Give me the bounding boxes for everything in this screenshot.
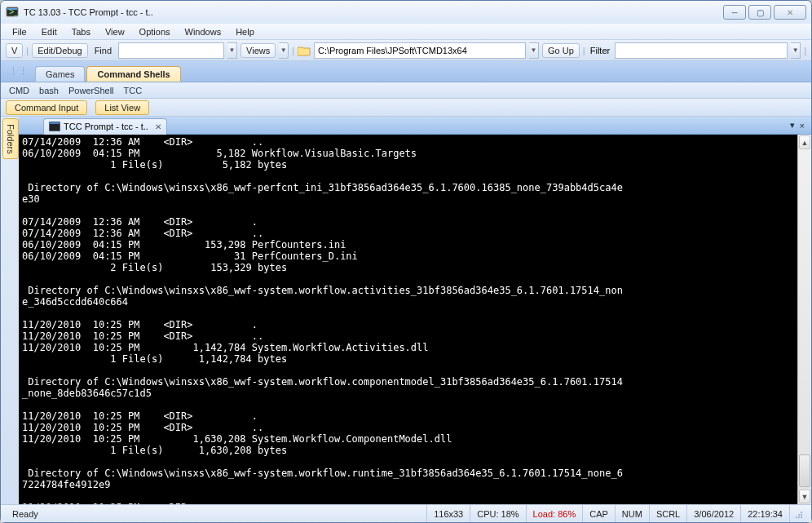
statusbar: Ready 116x33 CPU: 18% Load: 86% CAP NUM …	[1, 504, 811, 522]
menu-tabs[interactable]: Tabs	[65, 25, 97, 38]
tab-command-shells[interactable]: Command Shells	[86, 66, 180, 82]
edit-debug-button[interactable]: Edit/Debug	[32, 43, 87, 58]
svg-point-8	[796, 516, 797, 518]
find-input[interactable]	[118, 42, 224, 59]
status-dims: 116x33	[426, 505, 470, 522]
status-scrl: SCRL	[649, 505, 686, 522]
app-icon: >_	[6, 6, 19, 19]
filter-dropdown-icon[interactable]: ▼	[791, 42, 801, 59]
menu-edit[interactable]: Edit	[35, 25, 64, 38]
go-up-button[interactable]: Go Up	[542, 43, 580, 58]
status-cpu: CPU: 18%	[470, 505, 525, 522]
filter-label: Filter	[589, 46, 611, 55]
doc-tab-tccprompt[interactable]: TCC Prompt - tcc - t.. ✕	[43, 118, 167, 135]
scroll-up-icon[interactable]: ▲	[799, 135, 810, 149]
menu-help[interactable]: Help	[229, 25, 261, 38]
scroll-track[interactable]	[798, 150, 811, 489]
maximize-button[interactable]: ▢	[748, 5, 771, 20]
doc-tab-label: TCC Prompt - tcc - t..	[64, 122, 148, 131]
menu-windows[interactable]: Windows	[179, 25, 228, 38]
folder-icon	[298, 45, 311, 56]
menu-options[interactable]: Options	[133, 25, 177, 38]
vertical-scrollbar[interactable]: ▲ ▼	[797, 135, 811, 504]
svg-point-5	[801, 516, 802, 518]
window-title: TC 13.03 - TCC Prompt - tcc - t..	[24, 7, 153, 17]
document-tabbar: TCC Prompt - tcc - t.. ✕ ▾ ×	[19, 117, 811, 135]
main-area: Folders TCC Prompt - tcc - t.. ✕ ▾ × 07/…	[1, 117, 811, 504]
toolbar: V | Edit/Debug Find ▼ Views ▼ | ▼ Go Up …	[1, 40, 811, 61]
tab-games[interactable]: Games	[35, 66, 85, 82]
find-label: Find	[91, 44, 115, 57]
scroll-thumb[interactable]	[799, 454, 810, 487]
shell-cmd[interactable]: CMD	[9, 86, 29, 95]
app-window: >_ TC 13.03 - TCC Prompt - tcc - t.. ─ ▢…	[0, 0, 812, 523]
svg-text:>_: >_	[9, 7, 19, 16]
shell-powershell[interactable]: PowerShell	[68, 86, 114, 95]
tab-close-icon[interactable]: ×	[800, 121, 805, 131]
close-tab-icon[interactable]: ✕	[155, 122, 161, 131]
filter-input[interactable]	[615, 42, 788, 59]
console-icon	[49, 122, 60, 131]
svg-point-9	[798, 514, 800, 516]
shell-tcc[interactable]: TCC	[124, 86, 143, 95]
scroll-down-icon[interactable]: ▼	[799, 490, 810, 503]
minimize-button[interactable]: ─	[723, 5, 746, 20]
svg-rect-4	[50, 122, 60, 124]
svg-point-6	[798, 516, 800, 518]
status-ready: Ready	[6, 505, 426, 522]
folders-side-tab[interactable]: Folders	[2, 118, 19, 159]
find-dropdown-icon[interactable]: ▼	[227, 42, 237, 59]
shell-row: CMD bash PowerShell TCC	[1, 82, 811, 99]
path-dropdown-icon[interactable]: ▼	[529, 42, 539, 59]
status-cap: CAP	[582, 505, 615, 522]
grip-icon[interactable]: ⋮⋮	[9, 66, 29, 77]
toolbar-tabstrip: ⋮⋮ Games Command Shells	[1, 61, 811, 82]
svg-point-7	[801, 514, 802, 516]
yellow-button-row: Command Input List View	[1, 99, 811, 117]
tab-dropdown-icon[interactable]: ▾	[790, 120, 795, 131]
shell-bash[interactable]: bash	[39, 86, 59, 95]
status-num: NUM	[615, 505, 649, 522]
menubar: File Edit Tabs View Options Windows Help	[1, 24, 811, 40]
svg-point-10	[801, 512, 802, 513]
views-button[interactable]: Views	[241, 43, 276, 58]
status-date: 3/06/2012	[686, 505, 740, 522]
console-wrap: 07/14/2009 12:36 AM <DIR> .. 06/10/2009 …	[19, 135, 811, 504]
views-dropdown-icon[interactable]: ▼	[279, 42, 289, 59]
resize-grip-icon[interactable]	[789, 505, 806, 522]
path-input[interactable]	[314, 42, 526, 59]
menu-view[interactable]: View	[99, 25, 131, 38]
status-time: 22:19:34	[740, 505, 789, 522]
console-output[interactable]: 07/14/2009 12:36 AM <DIR> .. 06/10/2009 …	[19, 135, 797, 504]
v-button[interactable]: V	[6, 43, 23, 58]
list-view-button[interactable]: List View	[95, 100, 149, 115]
menu-file[interactable]: File	[6, 25, 33, 38]
titlebar[interactable]: >_ TC 13.03 - TCC Prompt - tcc - t.. ─ ▢…	[1, 1, 811, 24]
status-load: Load: 86%	[526, 505, 583, 522]
command-input-button[interactable]: Command Input	[6, 100, 87, 115]
close-button[interactable]: ✕	[774, 5, 806, 20]
